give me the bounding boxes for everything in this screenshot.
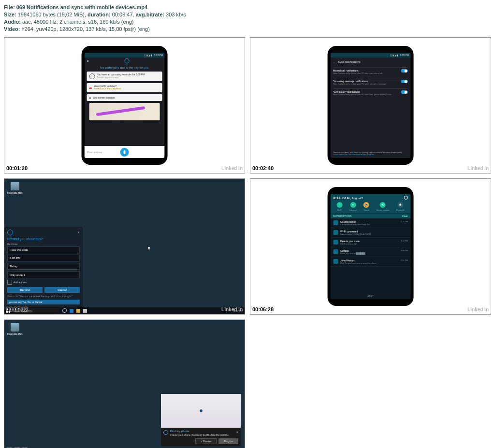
mic-icon — [124, 150, 126, 154]
task-view-icon[interactable] — [62, 308, 67, 313]
windows-taskbar[interactable]: Ask me anything 3:37 PM — [4, 307, 245, 314]
qt-wifi[interactable]: ◝Wi-Fi — [336, 202, 342, 211]
close-icon[interactable]: ✕ — [236, 431, 239, 434]
hamburger-icon[interactable]: ≡ — [87, 59, 89, 62]
location-pin-icon — [199, 409, 203, 413]
audio-label: Audio: — [4, 19, 22, 25]
mail-icon — [333, 259, 338, 264]
phone-mockup: 3:11 PM Fri, August 5 ◝Wi-Fi ⌖Location 🔊… — [327, 187, 414, 306]
watermark: Linked in — [467, 166, 489, 171]
recycle-bin-icon — [11, 323, 19, 332]
quick-toggles: ◝Wi-Fi ⌖Location 🔊Sound ⟲Screen rotation… — [333, 202, 408, 211]
sync-toggle-incoming-msg[interactable]: *Incoming message notificationsHave Cort… — [333, 78, 408, 87]
cortana-reminder-panel: ✕ Remind you about this? Reminder Feed t… — [4, 227, 83, 307]
traffic-card[interactable]: 🚗 Want traffic updates? I need your work… — [87, 83, 162, 92]
gear-icon[interactable] — [404, 196, 408, 200]
reminder-card[interactable]: You have an upcoming reminder for 5:00 P… — [87, 72, 162, 81]
timestamp: 00:05:12 — [6, 306, 28, 312]
sync-toggle-missed-call[interactable]: Missed call notificationsHave Cortana no… — [333, 67, 408, 76]
mic-button[interactable] — [120, 148, 129, 157]
remind-button[interactable]: Remind — [7, 287, 43, 293]
reminder-label: Reminder — [7, 243, 80, 246]
traffic-link[interactable]: I need your work address — [94, 87, 121, 90]
qt-location[interactable]: ⌖Location — [349, 202, 357, 211]
size-label: Size: — [4, 12, 18, 17]
insider-link[interactable]: Learn more about the Windows Insider pro… — [333, 154, 408, 156]
toast-message: I found your phone (Samsung SAMSUNG-SM-G… — [170, 434, 229, 436]
toast-title: Find my phone — [170, 430, 229, 433]
windows-desktop[interactable]: Recycle Bin ✕ Find my phone I found your… — [4, 320, 245, 448]
notification-list: Casting screenConnected to Nick's MacBoo… — [330, 218, 411, 293]
reminder-question: Remind you about this? — [7, 237, 80, 241]
bitrate-value: 303 kb/s — [166, 12, 186, 17]
timestamp: 00:06:28 — [252, 306, 274, 312]
sync-header[interactable]: ←Sync notifications — [333, 59, 408, 65]
timestamp: 00:02:40 — [252, 165, 274, 171]
file-value: 069 Notifications and sync with mobile d… — [16, 4, 147, 10]
map-thumbnail[interactable] — [161, 394, 241, 428]
route-icon — [333, 240, 338, 245]
qt-sound[interactable]: 🔊Sound — [364, 202, 369, 211]
cortana-icon — [333, 249, 338, 254]
watermark: Linked in — [221, 307, 243, 312]
qt-bluetooth[interactable]: ✱Bluetooth — [396, 202, 405, 211]
toggle-on-icon[interactable] — [401, 80, 408, 83]
toggle-on-icon[interactable] — [401, 69, 408, 72]
sync-toggle-low-battery[interactable]: *Low battery notificationsHave Cortana n… — [333, 88, 408, 97]
voice-hint: you can say Yes, No, or Cancel — [7, 300, 80, 304]
list-item[interactable]: John WatsonHey! Do you have time to meet… — [330, 257, 411, 267]
cortana-topbar: ≡ — [84, 58, 165, 64]
address-placeholder: Enter address — [87, 151, 102, 154]
back-icon[interactable]: ← — [333, 60, 336, 63]
duration-label: duration: — [87, 12, 112, 17]
windows-desktop[interactable]: Recycle Bin ✕ Remind you about this? Rem… — [4, 179, 245, 314]
chevron-down-icon: ▾ — [24, 274, 25, 276]
car-icon: 🚗 — [89, 86, 92, 89]
carrier-label: AT&T — [330, 293, 411, 299]
duration-value: 00:08:47, — [112, 12, 136, 17]
recycle-bin-icon — [11, 182, 19, 190]
cancel-button[interactable]: Cancel — [44, 287, 80, 293]
notification-shade-header: 3:11 PM Fri, August 5 ◝Wi-Fi ⌖Location 🔊… — [330, 194, 411, 213]
wifi-icon — [333, 230, 338, 235]
size-value: 19941060 bytes (19,02 MiB), — [18, 12, 87, 17]
store-icon[interactable] — [83, 309, 87, 313]
cortana-icon[interactable] — [7, 230, 13, 235]
video-value: h264, yuv420p, 1280x720, 137 kb/s, 15,00… — [21, 26, 149, 32]
bitrate-label: avg.bitrate: — [136, 12, 166, 17]
map-preview[interactable] — [89, 103, 160, 120]
frame-5: Recycle Bin ✕ Find my phone I found your… — [4, 319, 245, 448]
input-bar[interactable]: Enter address — [84, 146, 165, 158]
list-item[interactable]: CortanaI sent your text to ███████3:08 P… — [330, 247, 411, 257]
time-field[interactable]: 6:00 PM — [7, 255, 80, 261]
repeat-field[interactable]: Only once ▾ — [7, 271, 80, 278]
task-field[interactable]: Feed the dogs — [7, 246, 80, 253]
ring-button[interactable]: Ring it ▸ — [218, 438, 238, 444]
dismiss-button[interactable]: ✓ Dismiss — [195, 438, 217, 444]
find-phone-toast: ✕ Find my phone I found your phone (Sams… — [161, 394, 241, 446]
day-field[interactable]: Today — [7, 263, 80, 270]
edge-icon[interactable] — [70, 309, 73, 313]
clock-icon — [89, 73, 95, 79]
cortana-icon[interactable] — [124, 58, 129, 63]
list-item[interactable]: Here is your routeSan Francisco, CA3:10 … — [330, 238, 411, 247]
search-hint: Search for "Remind me to feed the dogs a… — [7, 295, 80, 298]
timestamp: 00:01:20 — [6, 165, 28, 171]
location-row[interactable]: ◉Use current location — [87, 94, 162, 101]
toggle-on-icon[interactable] — [401, 90, 408, 94]
cast-icon — [333, 220, 338, 225]
recycle-bin[interactable]: Recycle Bin — [7, 323, 23, 335]
radio-icon: ◉ — [89, 96, 91, 99]
close-icon[interactable]: ✕ — [77, 231, 80, 234]
explorer-icon[interactable] — [76, 309, 80, 313]
list-item[interactable]: Wi-Fi connectedConnected to "LINKEDIN-AU… — [330, 228, 411, 238]
clear-button[interactable]: Clear — [402, 215, 408, 217]
qt-rotation[interactable]: ⟲Screen rotation — [376, 202, 389, 211]
watermark: Linked in — [221, 166, 243, 171]
cortana-tagline: I've gathered a look at the day for you. — [100, 66, 149, 70]
recycle-bin[interactable]: Recycle Bin — [7, 182, 23, 194]
list-item[interactable]: Casting screenConnected to Nick's MacBoo… — [330, 218, 411, 228]
add-photo-row[interactable]: Add a photo — [7, 280, 80, 285]
android-status-bar: ▯ ▮ ◢ ▮ 3:05 PM — [330, 53, 411, 58]
file-label: File: — [4, 4, 16, 10]
